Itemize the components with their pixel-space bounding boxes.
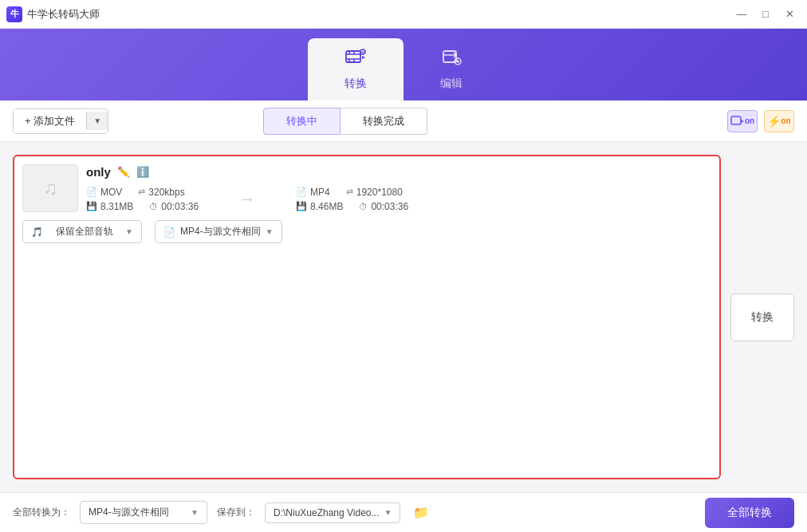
music-icon: ♫ xyxy=(43,177,57,199)
convert-to-label: 全部转换为： xyxy=(13,506,70,519)
tab-edit[interactable]: 编辑 xyxy=(404,38,499,100)
save-to-value: D:\NiuXueZhang Video... xyxy=(274,507,380,518)
hw-badge-purple[interactable]: on xyxy=(727,110,758,132)
bottom-bar: 全部转换为： MP4-与源文件相同 ▼ 保存到： D:\NiuXueZhang … xyxy=(0,492,807,532)
svg-rect-13 xyxy=(731,116,741,124)
target-duration-value: 00:03:36 xyxy=(371,201,408,212)
size-icon: 💾 xyxy=(86,201,97,211)
file-info-icon[interactable]: ℹ️ xyxy=(136,166,149,178)
audio-track-label: 保留全部音轨 xyxy=(56,225,113,238)
single-convert-button[interactable]: 转换 xyxy=(730,294,794,341)
save-to-label: 保存到： xyxy=(217,506,255,519)
target-duration: ⏱ 00:03:36 xyxy=(359,201,408,212)
toolbar: + 添加文件 ▼ 转换中 转换完成 on ⚡ on xyxy=(0,100,807,142)
file-title-row: only ✏️ ℹ️ xyxy=(86,165,711,179)
close-button[interactable]: ✕ xyxy=(778,5,801,24)
minimize-button[interactable]: — xyxy=(730,5,753,24)
file-thumbnail: ♫ xyxy=(22,164,78,212)
edit-filename-icon[interactable]: ✏️ xyxy=(117,166,130,178)
file-name: only xyxy=(86,165,111,179)
source-bitrate: ⇌ 320kbps xyxy=(138,187,184,198)
audio-dropdown-arrow: ▼ xyxy=(125,227,133,236)
svg-rect-0 xyxy=(346,51,360,62)
file-card: ♫ only ✏️ ℹ️ 📄 MOV xyxy=(13,155,721,479)
target-row1: 📄 MP4 ⇌ 1920*1080 xyxy=(296,187,408,198)
source-duration: ⏱ 00:03:36 xyxy=(149,201,199,212)
audio-track-icon: 🎵 xyxy=(31,227,43,238)
convert-tab-icon xyxy=(344,48,367,72)
target-size-icon: 💾 xyxy=(296,201,307,211)
app-title-area: 牛 牛学长转码大师 xyxy=(6,6,100,22)
nav-tabs: 转换 编辑 xyxy=(0,29,807,100)
hw-badge-orange[interactable]: ⚡ on xyxy=(764,110,794,132)
file-target: 📄 MP4 ⇌ 1920*1080 💾 8.46MB xyxy=(296,187,408,212)
convert-to-select[interactable]: MP4-与源文件相同 ▼ xyxy=(80,501,207,524)
source-row1: 📄 MOV ⇌ 320kbps xyxy=(86,187,199,198)
open-folder-button[interactable]: 📁 xyxy=(410,502,432,524)
file-source: 📄 MOV ⇌ 320kbps 💾 8.31MB xyxy=(86,187,199,212)
bitrate-icon: ⇌ xyxy=(138,187,145,197)
source-row2: 💾 8.31MB ⏱ 00:03:36 xyxy=(86,201,199,212)
source-duration-value: 00:03:36 xyxy=(161,201,199,212)
tab-convert[interactable]: 转换 xyxy=(308,38,404,100)
file-dropdowns: 🎵 保留全部音轨 ▼ 📄 MP4-与源文件相同 ▼ xyxy=(22,220,711,243)
output-dropdown-arrow: ▼ xyxy=(266,227,274,236)
file-card-header: ♫ only ✏️ ℹ️ 📄 MOV xyxy=(22,164,711,212)
save-to-arrow: ▼ xyxy=(384,508,392,517)
convert-button-wrap: 转换 xyxy=(730,155,794,479)
target-size-value: 8.46MB xyxy=(310,201,343,212)
output-format-icon: 📄 xyxy=(163,227,175,238)
target-resolution-value: 1920*1080 xyxy=(356,187,403,198)
source-size: 💾 8.31MB xyxy=(86,201,133,212)
target-format: 📄 MP4 xyxy=(296,187,330,198)
maximize-button[interactable]: □ xyxy=(754,5,777,24)
window-controls: — □ ✕ xyxy=(730,5,801,24)
toolbar-right: on ⚡ on xyxy=(727,110,794,132)
source-size-value: 8.31MB xyxy=(100,201,133,212)
convert-to-value: MP4-与源文件相同 xyxy=(89,506,169,519)
source-format-value: MOV xyxy=(100,187,122,198)
target-row2: 💾 8.46MB ⏱ 00:03:36 xyxy=(296,201,408,212)
source-format: 📄 MOV xyxy=(86,187,122,198)
source-bitrate-value: 320kbps xyxy=(148,187,184,198)
status-tabs: 转换中 转换完成 xyxy=(263,108,427,135)
format-icon: 📄 xyxy=(86,187,97,197)
app-title: 牛学长转码大师 xyxy=(27,7,100,22)
target-resolution: ⇌ 1920*1080 xyxy=(346,187,403,198)
add-file-dropdown-arrow[interactable]: ▼ xyxy=(86,112,108,130)
main-content: ♫ only ✏️ ℹ️ 📄 MOV xyxy=(0,142,807,492)
output-format-dropdown[interactable]: 📄 MP4-与源文件相同 ▼ xyxy=(155,220,282,243)
convert-to-arrow: ▼ xyxy=(191,508,199,517)
output-format-label: MP4-与源文件相同 xyxy=(180,225,261,238)
add-file-main-btn[interactable]: + 添加文件 xyxy=(14,109,86,133)
save-to-select[interactable]: D:\NiuXueZhang Video... ▼ xyxy=(265,502,400,523)
app-logo: 牛 xyxy=(6,6,22,22)
target-format-value: MP4 xyxy=(310,187,330,198)
file-info-wrapper: only ✏️ ℹ️ 📄 MOV ⇌ xyxy=(86,165,711,212)
svg-point-7 xyxy=(360,49,365,54)
target-duration-icon: ⏱ xyxy=(359,202,368,211)
duration-icon: ⏱ xyxy=(149,202,158,211)
target-size: 💾 8.46MB xyxy=(296,201,343,212)
edit-tab-icon xyxy=(440,48,463,72)
title-bar: 牛 牛学长转码大师 — □ ✕ xyxy=(0,0,807,29)
target-format-icon: 📄 xyxy=(296,187,307,197)
tab-edit-label: 编辑 xyxy=(440,77,463,91)
all-convert-button[interactable]: 全部转换 xyxy=(705,498,794,528)
add-file-button[interactable]: + 添加文件 ▼ xyxy=(13,108,108,134)
status-tab-done[interactable]: 转换完成 xyxy=(341,108,427,135)
resolution-icon: ⇌ xyxy=(346,187,353,197)
arrow-separator: → xyxy=(230,189,264,210)
audio-track-dropdown[interactable]: 🎵 保留全部音轨 ▼ xyxy=(22,220,142,243)
status-tab-converting[interactable]: 转换中 xyxy=(263,108,341,135)
tab-convert-label: 转换 xyxy=(344,77,367,91)
file-props: 📄 MOV ⇌ 320kbps 💾 8.31MB xyxy=(86,187,711,212)
